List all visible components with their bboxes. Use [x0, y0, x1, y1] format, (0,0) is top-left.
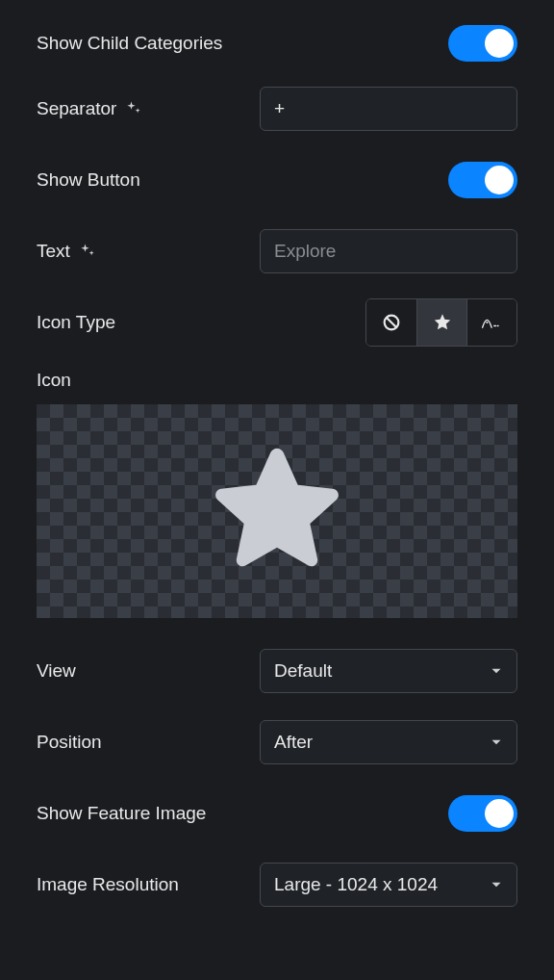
- show-feature-image-label: Show Feature Image: [37, 803, 206, 824]
- separator-label: Separator: [37, 98, 143, 119]
- star-icon: [432, 312, 453, 333]
- icon-type-none-button[interactable]: [366, 299, 416, 346]
- svg-line-1: [387, 318, 396, 327]
- chevron-down-icon: [488, 876, 505, 893]
- separator-input[interactable]: +: [260, 87, 517, 131]
- lottie-icon: [480, 312, 505, 333]
- icon-type-icon-button[interactable]: [416, 299, 466, 346]
- show-child-categories-label: Show Child Categories: [37, 33, 222, 54]
- image-resolution-select[interactable]: Large - 1024 x 1024: [260, 863, 517, 907]
- view-label: View: [37, 660, 76, 682]
- view-select[interactable]: Default: [260, 649, 517, 693]
- icon-type-label: Icon Type: [37, 312, 115, 333]
- image-resolution-label: Image Resolution: [37, 874, 179, 895]
- chevron-down-icon: [488, 662, 505, 680]
- show-feature-image-toggle[interactable]: [448, 795, 517, 832]
- position-label: Position: [37, 732, 102, 753]
- ai-sparkle-icon: [78, 242, 97, 261]
- svg-point-2: [486, 322, 488, 323]
- icon-type-segmented: [365, 298, 517, 347]
- icon-type-lottie-button[interactable]: [466, 299, 516, 346]
- show-button-toggle[interactable]: [448, 162, 517, 198]
- text-label: Text: [37, 241, 97, 262]
- text-input[interactable]: Explore: [260, 229, 517, 273]
- icon-preview[interactable]: [37, 404, 517, 618]
- chevron-down-icon: [488, 734, 505, 751]
- star-icon: [200, 434, 354, 588]
- ai-sparkle-icon: [124, 99, 143, 118]
- position-select[interactable]: After: [260, 720, 517, 764]
- ban-icon: [381, 312, 402, 333]
- show-button-label: Show Button: [37, 169, 140, 191]
- icon-label: Icon: [37, 370, 517, 391]
- show-child-categories-toggle[interactable]: [448, 25, 517, 62]
